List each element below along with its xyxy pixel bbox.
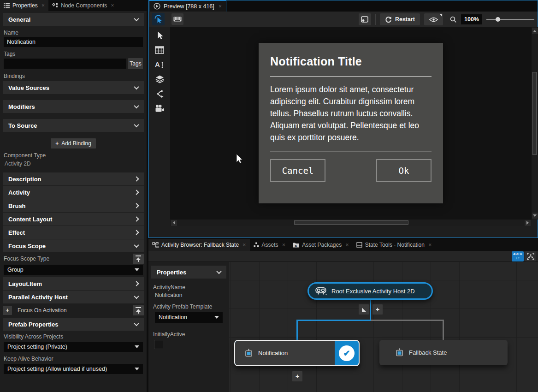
section-general[interactable]: General [3, 13, 144, 26]
chevron-down-icon [134, 84, 139, 89]
section-layout-item[interactable]: Layout.Item [3, 277, 144, 290]
prefab-properties-label: Prefab Properties [8, 321, 58, 328]
focus-scope-type-dropdown[interactable]: Group [4, 265, 143, 275]
chevron-right-icon [134, 176, 139, 181]
select-tool-button[interactable] [155, 31, 164, 40]
tab-node-components[interactable]: Node Components ✕ [48, 0, 118, 11]
cancel-button[interactable]: Cancel [270, 159, 325, 182]
tab-properties[interactable]: Properties ✕ [0, 0, 48, 11]
add-child-activity-button[interactable]: + [372, 304, 383, 315]
close-icon[interactable]: ✕ [242, 243, 246, 247]
activity-browser-icon [152, 242, 159, 248]
visibility-dropdown[interactable]: Project setting (Private) [4, 342, 143, 352]
chevron-right-icon [134, 190, 139, 195]
node-root-activity-host[interactable]: Root Exclusive Activity Host 2D [307, 282, 433, 300]
tab-activity-browser[interactable]: Activity Browser: Fallback State ✕ [148, 239, 250, 251]
node-notification[interactable]: Notification ✔ [234, 340, 360, 366]
section-prefab-properties[interactable]: Prefab Properties [3, 318, 144, 331]
tab-preview[interactable]: Preview [788 x 416] ✕ [149, 0, 226, 12]
collapse-children-button[interactable] [359, 304, 369, 315]
auto-arrange-button[interactable]: AUTO ↓↑ [512, 251, 524, 261]
close-icon[interactable]: ✕ [219, 4, 222, 9]
close-icon[interactable]: ✕ [111, 3, 114, 8]
revert-to-default-button[interactable] [133, 254, 144, 264]
zoom-level-value[interactable]: 100% [461, 14, 482, 24]
parallel-activity-host-label: Parallel Activity Host [8, 294, 68, 301]
initially-active-label: InitiallyActive [153, 331, 225, 338]
restart-label: Restart [395, 16, 415, 23]
prefab-template-value: Notification [159, 314, 187, 321]
section-activity[interactable]: Activity [3, 186, 144, 199]
scroll-up-button[interactable] [532, 28, 538, 34]
grid-tool-button[interactable] [155, 46, 164, 54]
add-child-activity-button[interactable]: + [292, 371, 302, 381]
slider-thumb[interactable] [496, 17, 500, 22]
chevron-right-icon [134, 203, 139, 208]
revert-to-default-button[interactable] [133, 305, 144, 315]
list-icon [4, 3, 10, 8]
camera-icon [155, 104, 165, 113]
cursor-arrow-icon [155, 31, 164, 40]
dropdown-caret-icon [135, 268, 139, 271]
activity-graph[interactable]: Root Exclusive Activity Host 2D + Notifi… [229, 262, 538, 392]
zoom-slider[interactable] [486, 14, 534, 25]
node-fallback-state[interactable]: Fallback State [379, 340, 508, 365]
close-icon[interactable]: ✕ [345, 243, 349, 247]
horizontal-scroll-thumb[interactable] [294, 220, 408, 225]
section-description[interactable]: Description [3, 172, 144, 185]
tab-state-tools[interactable]: State Tools - Notification ✕ [353, 239, 436, 251]
visibility-options-button[interactable] [424, 13, 443, 25]
fit-to-view-button[interactable] [525, 251, 536, 261]
section-activity-properties[interactable]: Properties [151, 266, 226, 279]
upload-arrow-icon [136, 255, 141, 262]
vertical-scroll-thumb[interactable] [532, 72, 537, 155]
keep-alive-dropdown[interactable]: Project setting (Allow unload if unused) [4, 364, 143, 374]
upload-arrow-icon [136, 307, 141, 314]
section-brush[interactable]: Brush [3, 199, 144, 212]
chevron-down-icon [134, 294, 139, 299]
section-focus-scope[interactable]: Focus Scope [3, 239, 144, 252]
restart-button[interactable]: Restart [380, 13, 420, 25]
tags-button[interactable]: Tags [128, 58, 143, 69]
tags-input[interactable] [4, 59, 126, 69]
asset-packages-icon: a [293, 242, 299, 248]
tab-assets[interactable]: Assets ✕ [250, 239, 290, 251]
close-icon[interactable]: ✕ [41, 3, 45, 8]
scroll-down-button[interactable] [532, 213, 538, 219]
add-binding-button[interactable]: + Add Binding [51, 138, 96, 148]
notification-dialog: Notification Title Lorem ipsum dolor sit… [259, 43, 443, 203]
present-on-screen-button[interactable] [359, 13, 371, 25]
text-tool-button[interactable]: A [154, 60, 165, 69]
activity-node-icon [244, 349, 253, 357]
initially-active-checkbox[interactable] [154, 340, 163, 349]
close-icon[interactable]: ✕ [282, 243, 286, 247]
content-layout-label: Content Layout [8, 216, 52, 223]
section-value-sources[interactable]: Value Sources [3, 81, 144, 94]
tab-asset-packages[interactable]: a Asset Packages ✕ [289, 239, 353, 251]
ok-button[interactable]: Ok [376, 159, 432, 182]
close-icon[interactable]: ✕ [428, 243, 432, 247]
preview-panel: Preview [788 x 416] ✕ Restart [148, 0, 538, 238]
section-to-source[interactable]: To Source [3, 119, 144, 132]
state-tools-icon [356, 242, 362, 248]
section-parallel-activity-host[interactable]: Parallel Activity Host [3, 291, 144, 303]
name-input[interactable]: Notification [4, 37, 143, 47]
preview-canvas[interactable]: Notification Title Lorem ipsum dolor sit… [170, 27, 532, 220]
scroll-right-button[interactable] [525, 220, 531, 226]
layers-tool-button[interactable] [155, 75, 165, 83]
scroll-left-button[interactable] [171, 220, 177, 226]
branch-tool-button[interactable] [155, 89, 164, 98]
toolbar-separator [168, 14, 168, 25]
section-modifiers[interactable]: Modifiers [3, 100, 144, 113]
add-focus-on-activation-button[interactable]: + [3, 306, 12, 315]
vertical-scrollbar[interactable] [532, 27, 538, 220]
section-effect[interactable]: Effect [3, 226, 144, 239]
interact-tool-button[interactable] [152, 13, 165, 25]
virtual-keyboard-button[interactable] [171, 13, 183, 25]
section-content-layout[interactable]: Content Layout [3, 213, 144, 226]
svg-text:A: A [155, 60, 160, 68]
camera-tool-button[interactable] [155, 104, 165, 113]
horizontal-scrollbar[interactable] [170, 220, 532, 226]
prefab-template-dropdown[interactable]: Notification [155, 312, 223, 323]
edge-to-notification [296, 320, 371, 321]
